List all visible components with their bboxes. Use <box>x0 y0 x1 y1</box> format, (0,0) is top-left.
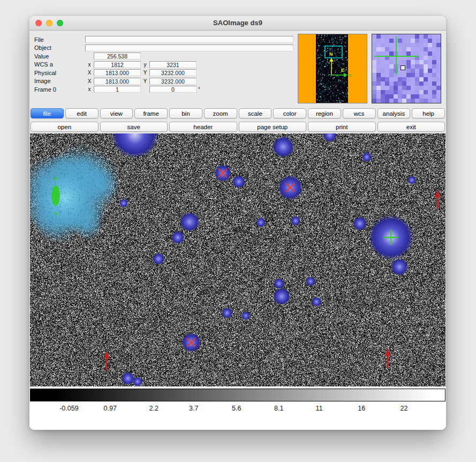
traffic-lights <box>35 20 63 26</box>
wcs-x-label: x <box>85 62 94 68</box>
magnifier-canvas <box>372 34 441 103</box>
magnifier <box>372 34 441 103</box>
info-row-file: File <box>34 36 293 43</box>
colorbar[interactable] <box>30 389 445 401</box>
frame-rotation-field: 0 <box>149 86 197 93</box>
image-x-label: X <box>85 78 94 84</box>
image-y-label: Y <box>141 78 149 84</box>
colorbar-tick-label: 2.2 <box>149 405 158 412</box>
object-label: Object <box>34 44 85 51</box>
object-field <box>85 44 293 51</box>
physical-label: Physical <box>34 70 85 76</box>
image-label: Image <box>34 78 85 84</box>
image-frame <box>30 133 445 386</box>
colorbar-tick-label: 3.7 <box>189 405 198 412</box>
colorbar-tick-label: -0.059 <box>59 405 78 412</box>
image-x-field: 1813.000 <box>94 78 141 85</box>
colorbar-tick-label: 22 <box>400 405 407 412</box>
wcs-label: WCS a <box>34 61 85 68</box>
close-button[interactable] <box>35 20 42 26</box>
menu-button-bin[interactable]: bin <box>169 108 202 118</box>
menu-button-wcs[interactable]: wcs <box>343 108 376 118</box>
image-y-field: 3232.000 <box>149 78 197 85</box>
menu-button-file[interactable]: file <box>31 108 64 118</box>
value-field: 256.538 <box>94 53 141 59</box>
menu-button-frame[interactable]: frame <box>134 108 168 118</box>
physical-x-label: X <box>85 70 94 76</box>
colorbar-tick-label: 5.6 <box>232 405 241 412</box>
physical-y-field: 3232.000 <box>149 69 197 76</box>
zoom-button[interactable] <box>57 20 63 26</box>
colorbar-tick-label: 0.97 <box>104 405 117 412</box>
frame-x-field: 1 <box>94 86 141 93</box>
menu-button-edit[interactable]: edit <box>65 108 99 118</box>
menu-button-region[interactable]: region <box>308 108 341 118</box>
colorbar-tick-label: 11 <box>316 405 323 412</box>
header-button[interactable]: header <box>169 122 237 132</box>
info-row-image: Image X 1813.000 Y 3232.000 <box>34 77 293 85</box>
file-bar: open save header page setup print exit <box>30 122 445 132</box>
file-label: File <box>34 36 85 43</box>
frame-label: Frame 0 <box>34 86 85 93</box>
ds9-window: SAOImage ds9 File Object Value 256.538 W… <box>29 16 446 430</box>
wcs-y-label: y <box>141 62 149 68</box>
menu-button-help[interactable]: help <box>412 108 445 118</box>
info-section: File Object Value 256.538 WCS a x 1812 y… <box>29 31 446 107</box>
print-button[interactable]: print <box>308 122 376 132</box>
physical-x-field: 1813.000 <box>94 69 141 76</box>
info-row-physical: Physical X 1813.000 Y 3232.000 <box>34 69 293 77</box>
info-row-wcs: WCS a x 1812 y 3231 <box>34 61 293 68</box>
colorbar-section: -0.059 0.97 2.2 3.7 5.6 8.1 11 16 22 <box>29 386 446 430</box>
minimize-button[interactable] <box>46 20 52 26</box>
colorbar-tick-label: 16 <box>358 405 365 412</box>
value-label: Value <box>34 53 85 59</box>
panner[interactable] <box>298 34 367 103</box>
physical-y-label: Y <box>141 70 149 76</box>
open-button[interactable]: open <box>31 122 99 132</box>
save-button[interactable]: save <box>100 122 168 132</box>
menu-bar: file edit view frame bin zoom scale colo… <box>30 108 445 118</box>
page-setup-button[interactable]: page setup <box>239 122 307 132</box>
colorbar-scale: -0.059 0.97 2.2 3.7 5.6 8.1 11 16 22 <box>30 403 445 414</box>
menu-button-zoom[interactable]: zoom <box>204 108 237 118</box>
exit-button[interactable]: exit <box>377 122 445 132</box>
frame-x-label: x <box>85 86 94 92</box>
wcs-x-field: 1812 <box>94 61 141 68</box>
window-title: SAOImage ds9 <box>29 16 446 30</box>
menu-button-analysis[interactable]: analysis <box>377 108 411 118</box>
menu-button-color[interactable]: color <box>273 108 306 118</box>
menu-button-view[interactable]: view <box>100 108 133 118</box>
title-bar[interactable]: SAOImage ds9 <box>29 16 446 31</box>
info-row-value: Value 256.538 <box>34 53 293 60</box>
file-field <box>85 36 293 43</box>
colorbar-tick-label: 8.1 <box>274 405 283 412</box>
menu-button-scale[interactable]: scale <box>239 108 272 118</box>
panner-canvas <box>298 34 367 103</box>
info-panel: File Object Value 256.538 WCS a x 1812 y… <box>34 34 293 103</box>
sky-image[interactable] <box>30 133 445 386</box>
info-row-object: Object <box>34 44 293 51</box>
wcs-y-field: 3231 <box>149 61 197 68</box>
degree-unit: ° <box>198 86 200 92</box>
info-row-frame: Frame 0 x 1 0 ° <box>34 86 293 93</box>
